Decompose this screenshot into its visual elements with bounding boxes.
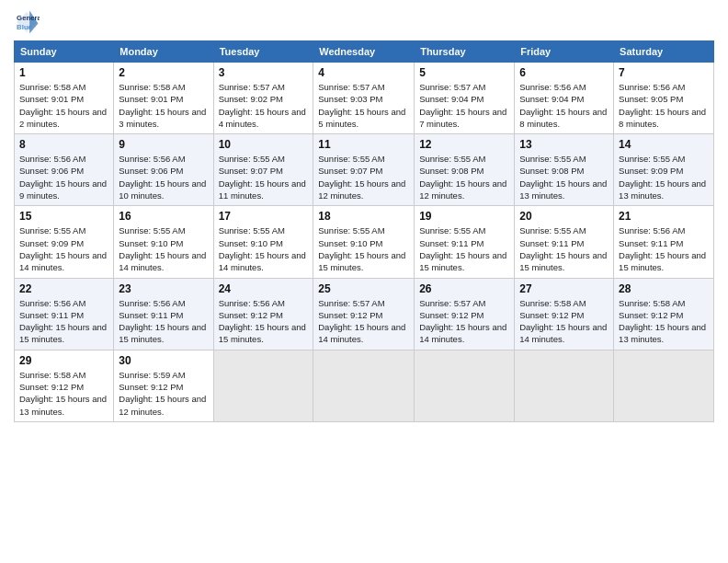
day-info: Sunrise: 5:56 AMSunset: 9:11 PMDaylight:… (619, 224, 709, 273)
day-number: 1 (19, 66, 108, 79)
day-info: Sunrise: 5:57 AMSunset: 9:02 PMDaylight:… (219, 81, 309, 130)
logo: General Blue (14, 9, 40, 35)
table-row: 16Sunrise: 5:55 AMSunset: 9:10 PMDayligh… (114, 206, 213, 278)
calendar-week-row: 15Sunrise: 5:55 AMSunset: 9:09 PMDayligh… (15, 206, 714, 278)
col-friday: Friday (515, 41, 614, 63)
day-number: 13 (519, 138, 609, 151)
day-number: 7 (619, 66, 709, 79)
day-info: Sunrise: 5:55 AMSunset: 9:10 PMDaylight:… (318, 224, 409, 273)
table-row: 11Sunrise: 5:55 AMSunset: 9:07 PMDayligh… (313, 134, 415, 206)
table-row: 14Sunrise: 5:55 AMSunset: 9:09 PMDayligh… (614, 134, 714, 206)
day-number: 18 (318, 210, 409, 223)
table-row: 27Sunrise: 5:58 AMSunset: 9:12 PMDayligh… (515, 278, 614, 350)
day-number: 2 (119, 66, 208, 79)
day-number: 8 (19, 138, 108, 151)
calendar-week-row: 29Sunrise: 5:58 AMSunset: 9:12 PMDayligh… (15, 350, 714, 421)
table-row: 3Sunrise: 5:57 AMSunset: 9:02 PMDaylight… (213, 63, 313, 134)
table-row (213, 350, 313, 421)
table-row: 21Sunrise: 5:56 AMSunset: 9:11 PMDayligh… (614, 206, 714, 278)
day-info: Sunrise: 5:55 AMSunset: 9:09 PMDaylight:… (19, 224, 108, 273)
table-row (614, 350, 714, 421)
day-info: Sunrise: 5:56 AMSunset: 9:04 PMDaylight:… (519, 81, 609, 130)
day-info: Sunrise: 5:59 AMSunset: 9:12 PMDaylight:… (119, 369, 208, 418)
day-info: Sunrise: 5:55 AMSunset: 9:07 PMDaylight:… (219, 153, 309, 201)
table-row: 30Sunrise: 5:59 AMSunset: 9:12 PMDayligh… (114, 350, 213, 421)
table-row: 12Sunrise: 5:55 AMSunset: 9:08 PMDayligh… (415, 134, 515, 206)
day-number: 16 (119, 210, 208, 223)
table-row: 6Sunrise: 5:56 AMSunset: 9:04 PMDaylight… (515, 63, 614, 134)
day-info: Sunrise: 5:55 AMSunset: 9:07 PMDaylight:… (318, 153, 409, 201)
day-number: 10 (219, 138, 309, 151)
table-row: 24Sunrise: 5:56 AMSunset: 9:12 PMDayligh… (213, 278, 313, 350)
day-number: 19 (419, 210, 509, 223)
day-number: 5 (419, 66, 509, 79)
day-info: Sunrise: 5:58 AMSunset: 9:01 PMDaylight:… (19, 81, 108, 130)
day-number: 6 (519, 66, 609, 79)
table-row: 18Sunrise: 5:55 AMSunset: 9:10 PMDayligh… (313, 206, 415, 278)
day-info: Sunrise: 5:57 AMSunset: 9:12 PMDaylight:… (419, 297, 509, 346)
day-info: Sunrise: 5:56 AMSunset: 9:05 PMDaylight:… (619, 81, 709, 130)
table-row: 8Sunrise: 5:56 AMSunset: 9:06 PMDaylight… (15, 134, 114, 206)
header: General Blue (14, 9, 714, 35)
day-info: Sunrise: 5:57 AMSunset: 9:12 PMDaylight:… (318, 297, 409, 346)
day-info: Sunrise: 5:56 AMSunset: 9:11 PMDaylight:… (119, 297, 208, 346)
day-number: 4 (318, 66, 409, 79)
table-row: 1Sunrise: 5:58 AMSunset: 9:01 PMDaylight… (15, 63, 114, 134)
calendar-table: Sunday Monday Tuesday Wednesday Thursday… (14, 40, 714, 422)
calendar-week-row: 1Sunrise: 5:58 AMSunset: 9:01 PMDaylight… (15, 63, 714, 134)
day-info: Sunrise: 5:57 AMSunset: 9:03 PMDaylight:… (318, 81, 409, 130)
table-row: 9Sunrise: 5:56 AMSunset: 9:06 PMDaylight… (114, 134, 213, 206)
col-tuesday: Tuesday (213, 41, 313, 63)
day-info: Sunrise: 5:55 AMSunset: 9:08 PMDaylight:… (419, 153, 509, 201)
day-info: Sunrise: 5:56 AMSunset: 9:12 PMDaylight:… (219, 297, 309, 346)
day-number: 29 (19, 354, 108, 367)
table-row (415, 350, 515, 421)
day-number: 20 (519, 210, 609, 223)
table-row: 2Sunrise: 5:58 AMSunset: 9:01 PMDaylight… (114, 63, 213, 134)
day-number: 28 (619, 282, 709, 295)
table-row: 13Sunrise: 5:55 AMSunset: 9:08 PMDayligh… (515, 134, 614, 206)
day-number: 14 (619, 138, 709, 151)
table-row: 5Sunrise: 5:57 AMSunset: 9:04 PMDaylight… (415, 63, 515, 134)
day-info: Sunrise: 5:58 AMSunset: 9:01 PMDaylight:… (119, 81, 208, 130)
day-number: 3 (219, 66, 309, 79)
svg-text:General: General (17, 14, 40, 22)
table-row: 20Sunrise: 5:55 AMSunset: 9:11 PMDayligh… (515, 206, 614, 278)
day-info: Sunrise: 5:55 AMSunset: 9:09 PMDaylight:… (619, 153, 709, 201)
day-info: Sunrise: 5:55 AMSunset: 9:10 PMDaylight:… (219, 224, 309, 273)
table-row: 26Sunrise: 5:57 AMSunset: 9:12 PMDayligh… (415, 278, 515, 350)
col-wednesday: Wednesday (313, 41, 415, 63)
table-row: 19Sunrise: 5:55 AMSunset: 9:11 PMDayligh… (415, 206, 515, 278)
day-info: Sunrise: 5:58 AMSunset: 9:12 PMDaylight:… (619, 297, 709, 346)
table-row: 28Sunrise: 5:58 AMSunset: 9:12 PMDayligh… (614, 278, 714, 350)
day-number: 17 (219, 210, 309, 223)
day-info: Sunrise: 5:56 AMSunset: 9:11 PMDaylight:… (19, 297, 108, 346)
table-row: 25Sunrise: 5:57 AMSunset: 9:12 PMDayligh… (313, 278, 415, 350)
col-saturday: Saturday (614, 41, 714, 63)
day-number: 15 (19, 210, 108, 223)
day-number: 30 (119, 354, 208, 367)
day-info: Sunrise: 5:55 AMSunset: 9:11 PMDaylight:… (419, 224, 509, 273)
page-container: General Blue Sunday Monday Tuesday Wedne… (0, 0, 728, 431)
day-number: 26 (419, 282, 509, 295)
col-monday: Monday (114, 41, 213, 63)
table-row: 29Sunrise: 5:58 AMSunset: 9:12 PMDayligh… (15, 350, 114, 421)
day-number: 9 (119, 138, 208, 151)
day-info: Sunrise: 5:56 AMSunset: 9:06 PMDaylight:… (19, 153, 108, 201)
table-row: 22Sunrise: 5:56 AMSunset: 9:11 PMDayligh… (15, 278, 114, 350)
table-row (313, 350, 415, 421)
calendar-header-row: Sunday Monday Tuesday Wednesday Thursday… (15, 41, 714, 63)
col-thursday: Thursday (415, 41, 515, 63)
table-row: 7Sunrise: 5:56 AMSunset: 9:05 PMDaylight… (614, 63, 714, 134)
calendar-week-row: 8Sunrise: 5:56 AMSunset: 9:06 PMDaylight… (15, 134, 714, 206)
day-number: 22 (19, 282, 108, 295)
table-row: 17Sunrise: 5:55 AMSunset: 9:10 PMDayligh… (213, 206, 313, 278)
day-number: 11 (318, 138, 409, 151)
calendar-week-row: 22Sunrise: 5:56 AMSunset: 9:11 PMDayligh… (15, 278, 714, 350)
day-info: Sunrise: 5:55 AMSunset: 9:11 PMDaylight:… (519, 224, 609, 273)
svg-text:Blue: Blue (17, 23, 33, 31)
day-info: Sunrise: 5:55 AMSunset: 9:10 PMDaylight:… (119, 224, 208, 273)
logo-icon: General Blue (14, 9, 40, 35)
table-row (515, 350, 614, 421)
day-number: 24 (219, 282, 309, 295)
